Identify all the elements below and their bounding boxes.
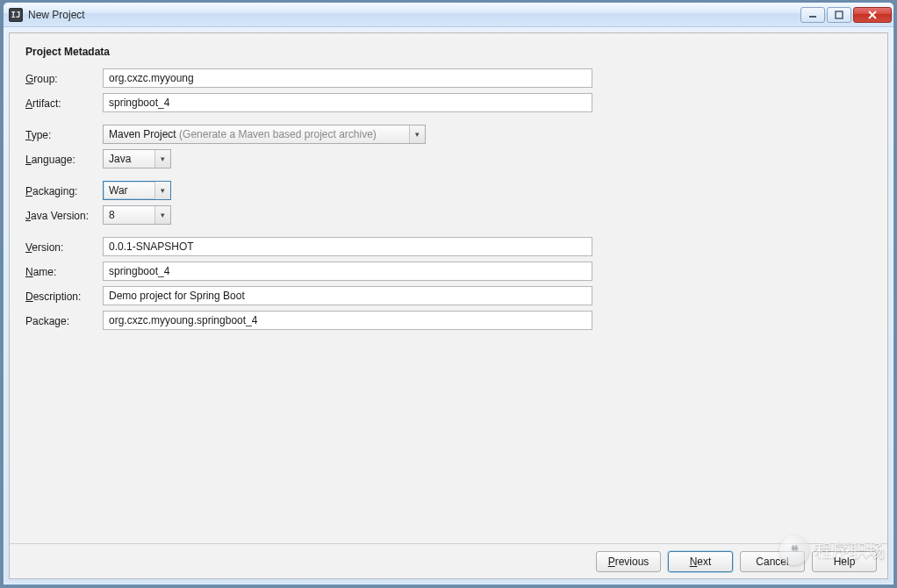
section-title: Project Metadata: [25, 46, 872, 58]
svg-rect-1: [836, 11, 843, 18]
package-input[interactable]: [103, 311, 592, 330]
language-select-value: Java: [109, 153, 131, 165]
type-select[interactable]: Maven Project (Generate a Maven based pr…: [103, 125, 426, 144]
description-label: Description:: [25, 289, 103, 303]
help-button[interactable]: Help: [812, 551, 877, 572]
new-project-dialog: IJ New Project Project Metadata Group: A…: [3, 2, 894, 585]
close-button[interactable]: [853, 7, 892, 23]
type-select-value: Maven Project: [109, 128, 176, 140]
maximize-icon: [835, 11, 843, 19]
packaging-label: Packaging:: [25, 183, 103, 197]
type-label: Type:: [25, 127, 103, 141]
close-icon: [867, 11, 878, 19]
cancel-button[interactable]: Cancel: [740, 551, 805, 572]
app-icon: IJ: [9, 8, 23, 22]
group-label: Group:: [25, 71, 103, 85]
packaging-select[interactable]: War ▾: [103, 181, 171, 200]
window-controls: [800, 7, 892, 23]
dialog-footer: Previous Next Cancel Help: [10, 543, 887, 578]
package-label: Package:: [25, 313, 103, 327]
language-select[interactable]: Java ▾: [103, 149, 171, 169]
language-label: Language:: [25, 152, 103, 166]
version-input[interactable]: [103, 237, 592, 256]
chevron-down-icon: ▾: [154, 206, 170, 224]
maximize-button[interactable]: [827, 7, 851, 23]
java-version-select[interactable]: 8 ▾: [103, 205, 171, 225]
name-label: Name:: [25, 264, 103, 278]
group-input[interactable]: [103, 68, 592, 88]
type-select-hint: (Generate a Maven based project archive): [179, 128, 377, 140]
java-version-label: Java Version:: [25, 208, 103, 222]
chevron-down-icon: ▾: [154, 150, 170, 168]
chevron-down-icon: ▾: [154, 182, 170, 199]
packaging-select-value: War: [109, 184, 128, 197]
minimize-button[interactable]: [800, 7, 825, 23]
artifact-label: Artifact:: [25, 96, 103, 110]
description-input[interactable]: [103, 286, 592, 305]
window-title: New Project: [28, 9, 800, 21]
previous-button[interactable]: Previous: [596, 551, 661, 572]
artifact-input[interactable]: [103, 93, 592, 112]
titlebar[interactable]: IJ New Project: [4, 3, 893, 27]
chevron-down-icon: ▾: [409, 125, 425, 143]
version-label: Version:: [25, 240, 103, 254]
java-version-select-value: 8: [109, 209, 115, 221]
next-button[interactable]: Next: [668, 551, 733, 572]
dialog-content: Project Metadata Group: Artifact: Type: …: [9, 32, 888, 579]
minimize-icon: [808, 11, 817, 19]
name-input[interactable]: [103, 262, 592, 281]
